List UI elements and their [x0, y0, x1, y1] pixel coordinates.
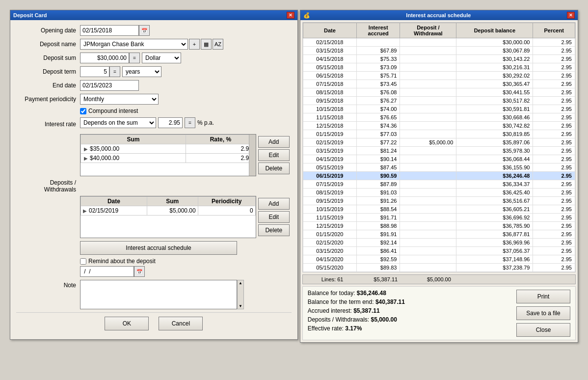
wd-periodicity-header: Periodicity: [198, 197, 255, 206]
close-schedule-button[interactable]: Close: [516, 323, 570, 337]
wd-delete-button[interactable]: Delete: [258, 224, 290, 236]
deposit-name-row: Deposit name JPMorgan Chase Bank + ▦ AZ: [16, 39, 292, 50]
schedule-table-row[interactable]: 03/15/2019 $81.24 $35,978.30 2.95: [303, 147, 575, 155]
schedule-table-row[interactable]: 04/15/2019 $90.14 $36,068.44 2.95: [303, 155, 575, 163]
opening-date-calendar-button[interactable]: 📅: [139, 25, 150, 36]
schedule-table-row[interactable]: 02/15/2019 $77.22 $5,000.00 $35,897.06 2…: [303, 138, 575, 147]
schedule-close-button[interactable]: ✕: [567, 12, 575, 19]
interest-value-input[interactable]: [158, 117, 183, 128]
totals-deposits: $5,000.00: [412, 276, 466, 282]
schedule-table-row[interactable]: 02/15/2018 $30,000.00 2.95: [303, 38, 575, 47]
deposit-term-calc-button[interactable]: =: [109, 66, 120, 77]
schedule-table-row[interactable]: 09/15/2019 $91.26 $36,516.67 2.95: [303, 197, 575, 205]
end-date-input[interactable]: [80, 80, 139, 91]
schedule-table-row[interactable]: 05/15/2018 $73.09 $30,216.31 2.95: [303, 63, 575, 72]
save-button[interactable]: Save to a file: [516, 306, 570, 320]
schedule-content: Date Interestaccrued Deposit /Withdrawal…: [300, 20, 578, 342]
interest-schedule-button[interactable]: Interest accrual schedule: [80, 241, 237, 255]
schedule-table-row[interactable]: 11/15/2019 $91.71 $36,696.92 2.95: [303, 214, 575, 222]
end-date-row: End date: [16, 80, 292, 91]
balance-today-label: Balance for today:: [308, 290, 355, 297]
interest-calc-button[interactable]: =: [185, 117, 195, 128]
schedule-table-body: 02/15/2018 $30,000.00 2.95 03/15/2018 $6…: [303, 38, 575, 272]
interest-table-scrollbar[interactable]: [249, 135, 256, 176]
wd-edit-button[interactable]: Edit: [258, 211, 290, 223]
opening-date-input[interactable]: [80, 25, 139, 36]
schedule-table-row[interactable]: 02/15/2020 $92.14 $36,969.96 2.95: [303, 239, 575, 247]
schedule-table-row[interactable]: 04/15/2018 $75.33 $30,143.22 2.95: [303, 55, 575, 63]
deposit-name-select[interactable]: JPMorgan Chase Bank: [80, 39, 188, 50]
schedule-table-row[interactable]: 08/15/2018 $76.08 $30,441.55 2.95: [303, 88, 575, 97]
wd-add-button[interactable]: Add: [258, 198, 290, 210]
opening-date-field-group: 📅: [80, 25, 150, 36]
deposits-label: Deposits / Withdrawals:: [308, 316, 369, 323]
schedule-table-row[interactable]: 03/15/2020 $86.41 $37,056.37 2.95: [303, 247, 575, 255]
interest-rate-row: Interest rate Depends on the sum = % p.a…: [16, 117, 292, 131]
compound-interest-checkbox[interactable]: [80, 108, 86, 114]
interest-table-body: ▶$35,000.00 2.97 ▶$40,000.00 2.99: [81, 144, 256, 163]
interest-sum-header: Sum: [81, 135, 186, 144]
schedule-table-row[interactable]: 11/15/2018 $76.65 $30,668.46 2.95: [303, 113, 575, 122]
schedule-table-row[interactable]: 05/15/2020 $89.83 $37,238.79 2.95: [303, 264, 575, 272]
deposit-card-close-button[interactable]: ✕: [287, 12, 294, 19]
schedule-table-row[interactable]: 04/15/2020 $92.59 $37,148.96 2.95: [303, 255, 575, 264]
interest-delete-button[interactable]: Delete: [258, 163, 290, 174]
effective-label: Effective rate:: [308, 325, 344, 332]
schedule-table-row[interactable]: 07/15/2019 $87.89 $36,334.37 2.95: [303, 180, 575, 189]
interest-edit-button[interactable]: Edit: [258, 149, 290, 161]
opening-date-row: Opening date 📅: [16, 25, 292, 36]
term-unit-select[interactable]: years: [122, 66, 161, 77]
schedule-table-row[interactable]: 06/15/2019 $90.59 $36,246.48 2.95: [303, 172, 575, 180]
schedule-table-row[interactable]: 09/15/2018 $76.27 $30,517.82 2.95: [303, 97, 575, 105]
withdrawals-table-body: ▶02/15/2019 $5,000.00 0: [81, 206, 256, 216]
interest-add-button[interactable]: Add: [258, 136, 290, 148]
note-label: Note: [16, 280, 80, 289]
remind-date-input[interactable]: [80, 266, 134, 277]
deposit-term-group: = years: [80, 66, 161, 77]
schedule-table-row[interactable]: 07/15/2018 $73.45 $30,365.47 2.95: [303, 80, 575, 88]
col-date: Date: [303, 23, 356, 38]
withdrawals-table-container: Date Sum Periodicity ▶02/15/2019 $5,000.…: [80, 196, 256, 238]
schedule-window: 💰 Interest accrual schedule ✕ Date Inter…: [300, 10, 578, 343]
note-textarea[interactable]: [80, 280, 237, 309]
add-deposit-name-button[interactable]: +: [189, 39, 200, 50]
schedule-table-row[interactable]: 12/15/2018 $74.36 $30,742.82 2.95: [303, 122, 575, 130]
deposit-sum-input[interactable]: [80, 53, 129, 63]
remind-date-calendar-button[interactable]: 📅: [134, 266, 145, 277]
interest-table-row[interactable]: ▶$40,000.00 2.99: [81, 154, 256, 163]
schedule-table-row[interactable]: 05/15/2019 $87.45 $36,155.90 2.95: [303, 163, 575, 172]
deposit-term-input[interactable]: [80, 66, 109, 77]
schedule-table-container[interactable]: Date Interestaccrued Deposit /Withdrawal…: [302, 22, 576, 272]
accrued-value: $5,387.11: [353, 307, 379, 314]
currency-select[interactable]: Dollar: [142, 53, 181, 63]
deposit-sum-calc-button[interactable]: =: [129, 53, 140, 63]
print-button[interactable]: Print: [516, 290, 570, 303]
note-scrollbar[interactable]: ▲ ▼: [237, 280, 244, 309]
payment-periodicity-select[interactable]: Monthly: [80, 94, 159, 105]
schedule-table-row[interactable]: 10/15/2018 $74.00 $30,591.81 2.95: [303, 105, 575, 113]
interest-table-buttons: Add Edit Delete: [256, 134, 292, 176]
interest-table-row[interactable]: ▶$35,000.00 2.97: [81, 144, 256, 154]
schedule-table-row[interactable]: 06/15/2018 $75.71 $30,292.02 2.95: [303, 72, 575, 80]
interest-type-select[interactable]: Depends on the sum: [80, 117, 156, 128]
deposits-value: $5,000.00: [371, 316, 397, 323]
remind-checkbox[interactable]: [80, 258, 86, 265]
schedule-table-row[interactable]: 10/15/2019 $88.54 $36,605.21 2.95: [303, 205, 575, 214]
schedule-table-row[interactable]: 01/15/2020 $91.91 $36,877.81 2.95: [303, 230, 575, 239]
sort-deposit-name-button[interactable]: AZ: [213, 39, 223, 50]
withdrawals-table-row[interactable]: ▶02/15/2019 $5,000.00 0: [81, 206, 256, 216]
withdrawals-section-row: Deposits / Withdrawals: [16, 179, 292, 193]
deposits-line: Deposits / Withdrawals: $5,000.00: [308, 316, 507, 323]
interest-rate-table-container: Sum Rate, % ▶$35,000.00 2.97 ▶$40,000.00…: [80, 134, 256, 176]
ok-button[interactable]: OK: [105, 317, 149, 330]
schedule-table-row[interactable]: 01/15/2019 $77.03 $30,819.85 2.95: [303, 130, 575, 138]
interest-schedule-btn-row: Interest accrual schedule: [80, 241, 292, 255]
schedule-table-row[interactable]: 08/15/2019 $91.03 $36,425.40 2.95: [303, 189, 575, 197]
compound-interest-label: Compound interest: [88, 108, 138, 114]
edit-deposit-name-button[interactable]: ▦: [201, 39, 212, 50]
schedule-table-row[interactable]: 12/15/2019 $88.98 $36,785.90 2.95: [303, 222, 575, 230]
schedule-table-row[interactable]: 03/15/2018 $67.89 $30,067.89 2.95: [303, 47, 575, 55]
interest-rate-group: Depends on the sum = % p.a.: [80, 117, 214, 128]
cancel-button[interactable]: Cancel: [159, 317, 203, 330]
withdrawals-table: Date Sum Periodicity ▶02/15/2019 $5,000.…: [80, 196, 256, 216]
